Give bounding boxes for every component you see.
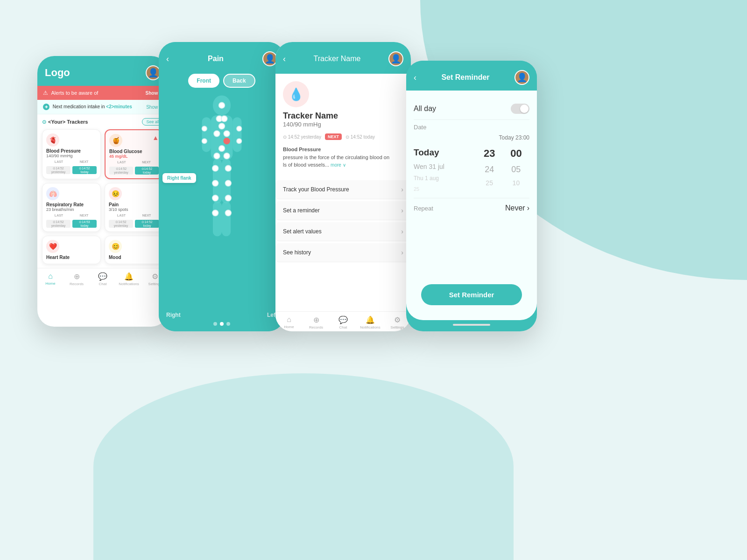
blood-pressure-times-labels: LAST NEXT <box>46 160 97 163</box>
tracker-nav-settings-label: Settings <box>391 325 404 329</box>
respiratory-icon: 🫁 <box>46 187 59 200</box>
logo-text: Logo <box>45 67 70 79</box>
reminder-chevron: › <box>401 207 403 214</box>
action-set-alerts[interactable]: Set alert values › <box>275 222 411 241</box>
body-diagram: Right flank <box>159 91 285 308</box>
reminder-back-button[interactable]: ‹ <box>414 73 416 83</box>
dashboard-header: Logo 👤 <box>37 56 168 86</box>
bottom-navigation: ⌂ Home ⊕ Records 💬 Chat 🔔 Notifications … <box>37 268 168 288</box>
dot-shin-l <box>212 195 218 201</box>
tracker-time-row: ⊙ 14:52 yesterday NEXT ⊙ 14:52 today <box>283 133 403 140</box>
back-button[interactable]: ‹ <box>166 54 169 64</box>
tracker-nav-records[interactable]: ⊕ Records <box>303 315 330 329</box>
min-00: 00 <box>510 145 521 162</box>
bp-next-time: ⊙14:52today <box>72 166 97 174</box>
tracker-card-blood-pressure[interactable]: 🫀 Blood Pressure 140/90 mmHg LAST NEXT ⊙… <box>42 129 101 179</box>
trackers-grid: 🫀 Blood Pressure 140/90 mmHg LAST NEXT ⊙… <box>42 129 163 264</box>
bottom-side-labels: Right Left <box>159 308 285 322</box>
tracker-big-icon: 💧 <box>283 81 309 107</box>
respiratory-times: ⊙14:52yesterday ⊙14:53today <box>46 220 97 228</box>
action-track-blood-pressure[interactable]: Track your Blood Pressure › <box>275 180 411 199</box>
blood-glucose-value: 45 mg/dL <box>109 154 159 159</box>
date-time-picker[interactable]: Today Wen 31 jul Thu 1 aug 25 23 24 25 0… <box>414 145 529 194</box>
mood-name: Mood <box>109 255 159 260</box>
pain-next-time: ⊙14:52today <box>135 220 159 228</box>
dot-arm-l-upper <box>202 126 207 131</box>
action-see-history[interactable]: See history › <box>275 243 411 262</box>
spacer <box>414 218 529 277</box>
action-set-reminder[interactable]: Set a reminder › <box>275 201 411 220</box>
tracker-nav-home[interactable]: ⌂ Home <box>275 315 303 329</box>
action-reminder-label: Set a reminder <box>283 207 320 214</box>
settings-icon: ⚙ <box>152 272 158 281</box>
nav-notifications[interactable]: 🔔 Notifications <box>116 272 142 286</box>
all-day-row: All day <box>414 98 529 120</box>
reminder-avatar[interactable]: 👤 <box>514 70 529 85</box>
tracker-card-mood[interactable]: 😊 Mood <box>105 236 163 264</box>
pain-last-time: ⊙14:52yesterday <box>109 220 133 228</box>
background-wave-bottom <box>93 373 514 560</box>
tracker-card-pain[interactable]: 😣 Pain 3/10 spots LAST NEXT ⊙14:52yester… <box>105 183 163 232</box>
all-day-toggle[interactable] <box>511 104 529 114</box>
trackers-section: ⊙ <Your> Trackers See all 🫀 Blood Pressu… <box>37 114 168 268</box>
nav-home[interactable]: ⌂ Home <box>37 272 63 286</box>
tracker-avatar[interactable]: 👤 <box>388 51 403 66</box>
tracker-card-respiratory[interactable]: 🫁 Respiratory Rate 23 breaths/min LAST N… <box>42 183 101 232</box>
back-button[interactable]: Back <box>223 74 255 88</box>
bp-last-time: ⊙14:52yesterday <box>46 166 70 174</box>
tracker-records-icon: ⊕ <box>313 315 319 324</box>
never-row: Repeat Never › <box>414 198 529 218</box>
blood-glucose-icon: 🍯 <box>109 134 122 147</box>
action-list: Track your Blood Pressure › Set a remind… <box>275 180 411 262</box>
records-icon: ⊕ <box>74 272 80 281</box>
nav-chat[interactable]: 💬 Chat <box>90 272 116 286</box>
dot-ankle-l <box>212 210 218 216</box>
dot-arm-r-lower <box>237 139 242 144</box>
tracker-back-button[interactable]: ‹ <box>283 54 286 64</box>
chat-icon: 💬 <box>98 272 107 281</box>
tracker-card-blood-glucose[interactable]: 🍯 ▲ Blood Glucose 45 mg/dL LAST NEXT ⊙14… <box>105 129 163 179</box>
pain-value: 3/10 spots <box>109 207 159 212</box>
tracker-nav-chat[interactable]: 💬 Chat <box>330 315 357 329</box>
front-button[interactable]: Front <box>188 74 219 88</box>
action-history-label: See history <box>283 249 311 256</box>
never-text: Never <box>505 204 525 212</box>
svg-rect-3 <box>233 117 241 152</box>
tracker-nav-chat-label: Chat <box>339 325 347 329</box>
action-alerts-label: Set alert values <box>283 228 322 235</box>
never-value[interactable]: Never › <box>505 204 529 212</box>
respiratory-times-labels: LAST NEXT <box>46 214 97 217</box>
tracker-nav-notifications[interactable]: 🔔 Notifications <box>357 315 384 329</box>
warning-icon: ▲ <box>152 134 159 141</box>
day-thu: Thu 1 aug <box>414 173 476 184</box>
dot-hip-l <box>214 153 220 159</box>
set-reminder-button[interactable]: Set Reminder <box>421 284 522 305</box>
body-svg <box>189 91 254 250</box>
toggle-knob <box>520 105 529 113</box>
tracker-detail-header: ‹ Tracker Name 👤 <box>275 42 411 74</box>
respiratory-name: Respiratory Rate <box>46 202 97 207</box>
more-link[interactable]: more ∨ <box>331 162 346 168</box>
page-indicators <box>159 322 285 331</box>
rr-last-time: ⊙14:52yesterday <box>46 220 70 228</box>
dot-arm-r-upper <box>237 126 242 131</box>
dot-head <box>219 102 225 108</box>
today-time-label: Today 23:00 <box>414 133 529 143</box>
bg-next-time: ⊙14:52today <box>135 167 159 175</box>
never-chevron: › <box>527 204 529 212</box>
med-text: ✚ Next medication intake in <2>minutes <box>43 104 132 110</box>
hour-25: 25 <box>486 177 493 189</box>
tracker-chat-icon: 💬 <box>338 315 348 324</box>
tracker-card-heart-rate[interactable]: ❤️ Heart Rate <box>42 236 101 264</box>
dot-ankle-r <box>225 210 231 216</box>
tracker-description: Blood Pressure pressure is the force of … <box>283 146 403 169</box>
all-day-label: All day <box>414 105 436 113</box>
alert-text: ⚠ Alerts to be aware of <box>43 90 98 96</box>
pain-times-labels: LAST NEXT <box>109 214 159 217</box>
respiratory-value: 23 breaths/min <box>46 207 97 212</box>
blood-glucose-name: Blood Glucose <box>109 149 159 154</box>
tracker-settings-icon: ⚙ <box>394 315 401 324</box>
alert-banner[interactable]: ⚠ Alerts to be aware of Show ∨ <box>37 86 168 100</box>
hour-24: 24 <box>485 162 494 177</box>
nav-records[interactable]: ⊕ Records <box>63 272 90 286</box>
